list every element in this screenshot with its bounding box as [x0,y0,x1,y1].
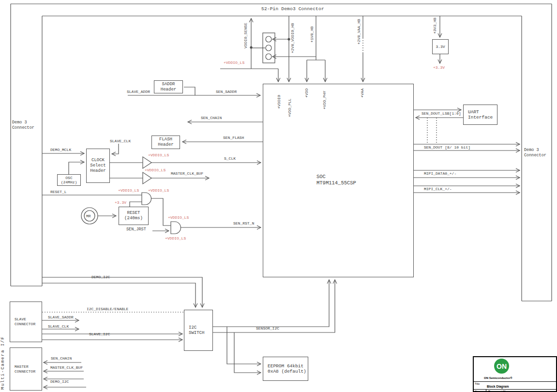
net-slave-i2c: SLAVE_I2C [89,332,110,336]
master-connector-box: MASTER CONNECTOR [10,347,42,391]
schematic-canvas: 52-Pin Demo3 Connector Demo 3 Connector … [0,0,557,392]
net-slave-clk-top: SLAVE_CLK [110,139,131,143]
title-label: Title [475,382,480,385]
regulator-3v3-box: 3.3V [432,39,449,54]
rail-vddio-ls-gate2b: +VDDIO_LS [165,236,186,241]
left-connector-label: Demo 3 Connector [12,120,34,131]
mr-button-label: MR [86,214,91,218]
net-master-clk-buf-master: MASTER_CLK_BUF [50,365,83,370]
net-sen-dout-lsb: SEN_DOUT_LSB[1:0] [422,111,461,116]
on-semiconductor-logo: ON [494,359,509,374]
uart-interface-box: UART Interface [463,105,497,125]
right-connector-label: Demo 3 Connector [524,148,546,158]
net-2v8-vaa-hb: +2V8_VAA_HB [357,19,361,45]
multicam-if-label: Multi-Camera I/F [1,336,5,390]
eeprom-box: EEPROM 64kbit 0xA8 (default) [263,357,308,381]
net-slave-addr: SLAVE_ADDR [127,90,150,94]
net-sen-chain-master: SEN_CHAIN [51,356,72,361]
net-sen-chain: SEN_CHAIN [201,116,222,120]
docname-label: Document Name [488,390,511,392]
rail-vddio-ls-gate1b: +VDDIO_LS [148,188,169,193]
rail-vddio-ls-gate1a: +VDDIO_LS [118,188,139,193]
title-row-divider [474,381,556,382]
soc-block: SOC MT9M114_55CSP [263,84,414,277]
net-sensor-i2c: SENSOR_I2C [256,326,279,331]
rail-3v3-reset: +3.3V [115,200,126,205]
saddr-header-box: SADDR Header [154,80,183,93]
soc-pin-vdd-phy: +VDD_PHY [323,91,327,109]
rail-vddio-ls-buf1: +VDDIO_LS [148,153,169,157]
size-label: Size [475,390,480,392]
rail-vddio-ls-gate2a: +VDDIO_LS [168,215,189,220]
rail-3v3-out: +3.3V [433,65,445,70]
soc-pin-vddio: +VDDIO [277,95,281,109]
brand-text: ON Semiconductor® [484,377,512,379]
net-master-clk-buf: MASTER_CLK_BUF [171,171,203,176]
clock-select-header-box: CLOCK Select Header [86,149,110,183]
net-slave-saddr: SLAVE_SADDR [48,315,74,319]
net-3v3-hb: +3V3_HB [433,17,437,34]
net-sen-flash: SEN_FLASH [223,136,244,140]
net-sen-jrst: SEN_JRST [126,227,146,232]
rail-vddio-ls: +VDDIO_LS [224,60,244,65]
slave-connector-box: SLAVE CONNECTOR [10,302,42,342]
i2c-switch-box: I2C SWITCH [184,310,213,351]
net-demo-i2c-top: DEMO_I2C [91,275,110,279]
net-vddio-sense: VDDIO_SENSE [244,23,248,48]
osc-box: OSC (24MHz) [57,174,81,186]
net-sen-dout: SEN_DOUT [8/ 10 bit] [424,145,470,150]
reset-box: RESET (240ms) [119,207,149,225]
net-sen-saddr: SEN_SADDR [216,90,237,94]
net-mipi-data0: MIPI_DATA0_+/- [424,171,456,176]
title-value: Block Diagram [487,385,509,388]
net-1v8-hb: +1V8_HB [310,26,314,43]
net-sen-rst-n: SEN_RST_N [233,221,254,226]
flash-header-box: FLASH Header [151,136,180,149]
rail-vddio-ls-buf2: +VDDIO_LS [145,168,166,172]
soc-pin-vdd: +VDD [305,89,309,98]
net-2v8-vddio-hb: +2V8_VDDIO_HB [291,23,295,53]
net-reset-l: RESET_L [50,190,67,194]
net-slave-clk-bottom: SLAVE_CLK [48,324,69,329]
net-demo-i2c-master: DEMO_I2C [50,379,69,384]
net-i2c-disable: I2C_DISABLE/ENABLE [87,307,128,311]
size-column-divider [486,389,486,392]
net-mipi-clk: MIPI_CLK_+/- [424,187,452,191]
connector-title: 52-Pin Demo3 Connector [261,6,324,12]
soc-name: SOC MT9M114_55CSP [316,174,356,186]
title-block: ON ON Semiconductor® Title Block Diagram… [473,356,557,392]
net-demo-mclk: DEMO_MCLK [50,148,71,152]
soc-pin-vaa: +VAA [361,89,364,98]
soc-pin-vdd-pll: +VDD_PLL [288,99,292,117]
net-s-clk: S_CLK [224,156,236,161]
